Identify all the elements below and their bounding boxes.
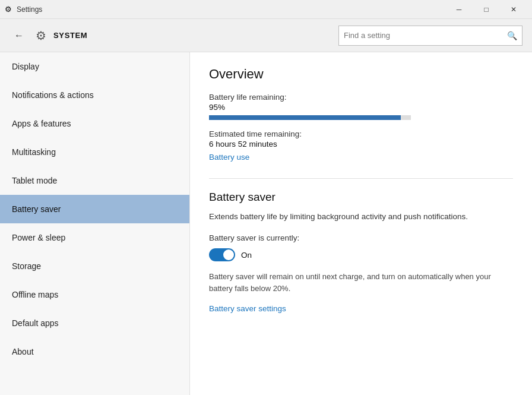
title-bar-title: Settings — [17, 5, 42, 14]
overview-title: Overview — [209, 67, 513, 82]
sidebar-item-power[interactable]: Power & sleep — [0, 223, 189, 252]
maximize-button[interactable]: □ — [473, 0, 500, 19]
close-button[interactable]: ✕ — [500, 0, 527, 19]
section-divider — [209, 178, 513, 179]
battery-life-label: Battery life remaining: — [209, 93, 513, 102]
search-icon: 🔍 — [507, 31, 517, 40]
estimated-time-label: Estimated time remaining: — [209, 129, 513, 138]
sidebar-item-about[interactable]: About — [0, 337, 189, 366]
sidebar: Display Notifications & actions Apps & f… — [0, 52, 190, 395]
battery-saver-toggle[interactable] — [209, 248, 235, 261]
sidebar-item-battery-saver[interactable]: Battery saver — [0, 195, 189, 223]
sidebar-item-default-apps[interactable]: Default apps — [0, 309, 189, 337]
estimated-time-value: 6 hours 52 minutes — [209, 140, 513, 148]
battery-use-link[interactable]: Battery use — [209, 153, 249, 162]
settings-window-icon: ⚙ — [5, 5, 12, 14]
battery-life-value: 95% — [209, 103, 513, 112]
battery-saver-description: Extends battery life by limiting backgro… — [209, 211, 494, 223]
sidebar-item-tablet[interactable]: Tablet mode — [0, 166, 189, 195]
title-bar-controls: ─ □ ✕ — [445, 0, 527, 19]
toggle-state-label: On — [241, 251, 252, 260]
battery-progress-bar — [209, 115, 411, 120]
battery-progress-fill — [209, 115, 401, 120]
toggle-knob — [223, 249, 234, 260]
search-box[interactable]: 🔍 — [338, 26, 522, 46]
sidebar-item-multitasking[interactable]: Multitasking — [0, 138, 189, 166]
app-header: ← ⚙ SYSTEM 🔍 — [0, 19, 532, 52]
toggle-row: On — [209, 248, 513, 261]
sidebar-item-apps[interactable]: Apps & features — [0, 109, 189, 138]
main-layout: Display Notifications & actions Apps & f… — [0, 52, 532, 395]
battery-saver-settings-link[interactable]: Battery saver settings — [209, 304, 286, 313]
title-bar-left: ⚙ Settings — [5, 5, 42, 14]
back-button[interactable]: ← — [10, 26, 28, 45]
sidebar-item-offline-maps[interactable]: Offline maps — [0, 280, 189, 309]
system-gear-icon: ⚙ — [36, 29, 46, 43]
sidebar-item-display[interactable]: Display — [0, 52, 189, 81]
sidebar-item-storage[interactable]: Storage — [0, 252, 189, 280]
battery-saver-currently-label: Battery saver is currently: — [209, 233, 513, 242]
app-title: SYSTEM — [53, 31, 87, 40]
title-bar: ⚙ Settings ─ □ ✕ — [0, 0, 532, 19]
content-area: Overview Battery life remaining: 95% Est… — [190, 52, 532, 395]
search-input[interactable] — [344, 31, 507, 40]
sidebar-item-notifications[interactable]: Notifications & actions — [0, 81, 189, 109]
battery-saver-note: Battery saver will remain on until next … — [209, 271, 500, 295]
minimize-button[interactable]: ─ — [445, 0, 473, 19]
battery-saver-title: Battery saver — [209, 191, 513, 204]
